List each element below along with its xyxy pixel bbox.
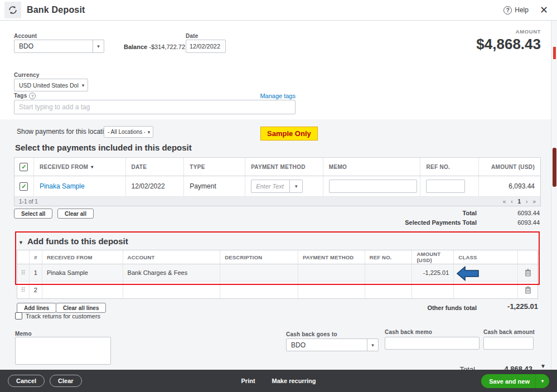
cell-amount[interactable] (412, 282, 454, 298)
cell-ref-no[interactable] (365, 282, 413, 298)
currency-select[interactable]: USD United States Dollar ▾ (14, 79, 88, 91)
col-received-from[interactable]: RECEIVED FROM▾ (34, 158, 126, 176)
clear-all-lines-button[interactable]: Clear all lines (56, 303, 106, 313)
collapse-icon: ▼ (18, 240, 23, 245)
memo-input[interactable] (329, 180, 417, 193)
cell-type: Payment (184, 176, 245, 196)
chevron-down-icon: ▾ (93, 40, 104, 52)
page-title: Bank Deposit (27, 5, 85, 15)
other-funds-total-label: Other funds total (427, 304, 477, 311)
sort-icon: ▾ (91, 164, 93, 170)
pagination-bar: 1-1 of 1 « ‹ 1 › » (14, 197, 540, 206)
drag-handle-icon[interactable]: ⠿ (21, 287, 25, 294)
pager-last-icon[interactable]: » (532, 199, 536, 205)
col-amount: AMOUNT (USD) (479, 158, 540, 176)
cell-received-from[interactable] (42, 282, 123, 298)
cell-amount[interactable]: -1,225.01 (412, 264, 454, 281)
account-select[interactable]: BDO ▾ (14, 40, 104, 53)
scrollbar-thumb[interactable] (553, 148, 556, 187)
location-value: - All Locations - (104, 127, 145, 137)
chevron-down-icon: ▾ (79, 79, 88, 91)
clear-all-button[interactable]: Clear all (57, 209, 94, 219)
track-returns-checkbox[interactable] (15, 312, 22, 320)
add-funds-header: # RECEIVED FROM ACCOUNT DESCRIPTION PAYM… (17, 250, 537, 264)
date-input[interactable] (186, 40, 226, 53)
received-from-link[interactable]: Pinaka Sample (40, 182, 85, 190)
col-ref-no: REF NO. (420, 158, 479, 176)
chevron-down-icon[interactable]: ▾ (536, 379, 549, 384)
manage-tags-link[interactable]: Manage tags (260, 93, 296, 99)
add-funds-row[interactable]: ⠿ 1 Pinaka Sample Bank Charges & Fees -1… (17, 264, 537, 282)
cell-account[interactable]: Bank Charges & Fees (123, 264, 221, 281)
cash-back-amount-input[interactable] (483, 337, 534, 350)
cash-back-memo-input[interactable] (385, 337, 479, 350)
cell-received-from[interactable]: Pinaka Sample (42, 264, 123, 281)
scrollbar[interactable] (551, 21, 557, 370)
track-returns-option[interactable]: Track returns for customers (15, 312, 100, 320)
col-class: CLASS (454, 250, 518, 264)
delete-row-icon[interactable] (525, 286, 531, 294)
cell-account[interactable] (123, 282, 221, 298)
cell-line-number: 1 (30, 264, 42, 281)
pager-first-icon[interactable]: « (503, 199, 506, 205)
make-recurring-link[interactable]: Make recurring (272, 378, 316, 384)
track-returns-label: Track returns for customers (26, 313, 100, 320)
help-icon: ? (503, 6, 512, 14)
cell-line-number: 2 (30, 282, 42, 298)
tags-input[interactable] (14, 100, 296, 114)
col-type: TYPE (184, 158, 245, 176)
location-select[interactable]: - All Locations - ▾ (104, 126, 153, 138)
cell-class[interactable] (454, 282, 518, 298)
select-all-button[interactable]: Select all (14, 209, 52, 219)
chevron-down-icon: ▾ (145, 127, 153, 137)
payments-heading: Select the payments included in this dep… (15, 143, 192, 152)
ref-no-input[interactable] (426, 180, 465, 193)
save-and-new-button[interactable]: Save and new ▾ (481, 374, 549, 388)
cash-back-goes-to-select[interactable]: BDO ▾ (286, 338, 379, 351)
save-and-new-label[interactable]: Save and new (481, 378, 535, 385)
memo-label: Memo (15, 331, 32, 337)
chevron-down-icon[interactable]: ▾ (289, 180, 303, 193)
cell-class[interactable] (454, 264, 518, 281)
location-filter-label: Show payments for this location: (17, 128, 113, 135)
col-line-number: # (30, 250, 42, 264)
cash-back-memo-label: Cash back memo (385, 329, 432, 335)
grand-total-value: 4,868.43 (504, 365, 532, 370)
add-funds-row[interactable]: ⠿ 2 (17, 282, 537, 298)
drag-handle-icon[interactable]: ⠿ (21, 269, 25, 277)
delete-row-icon[interactable] (525, 269, 531, 277)
cell-description[interactable] (220, 264, 298, 281)
payment-method-input[interactable] (251, 180, 290, 193)
selected-payments-total-label: Selected Payments Total (405, 219, 477, 226)
pager-prev-icon[interactable]: ‹ (511, 199, 512, 205)
other-funds-total-value: -1,225.01 (507, 302, 538, 311)
help-button[interactable]: ? Help (503, 6, 529, 14)
tags-label: Tags? (14, 93, 36, 99)
row-checkbox[interactable]: ✓ (20, 182, 28, 191)
cell-description[interactable] (220, 282, 298, 298)
pagination-range: 1-1 of 1 (19, 199, 38, 205)
memo-textarea[interactable] (15, 337, 111, 365)
add-lines-button[interactable]: Add lines (17, 303, 56, 313)
payment-method-combo: ▾ (251, 180, 303, 193)
bank-deposit-app: { "header": { "title": "Bank Deposit", "… (0, 0, 557, 392)
col-ref-no: REF NO. (365, 250, 413, 264)
payment-row: ✓ Pinaka Sample 12/02/2022 Payment ▾ 6,0… (14, 176, 540, 197)
cell-payment-method[interactable] (298, 282, 365, 298)
chevron-down-icon: ▾ (367, 339, 378, 351)
col-payment-method: PAYMENT METHOD (298, 250, 365, 264)
col-memo: MEMO (323, 158, 421, 176)
close-icon[interactable]: ✕ (540, 5, 548, 15)
cell-ref-no[interactable] (365, 264, 413, 281)
info-icon[interactable]: ? (29, 93, 36, 99)
select-all-checkbox[interactable]: ✓ (20, 163, 28, 171)
pager-next-icon[interactable]: › (526, 199, 527, 205)
scroll-down-icon[interactable]: ▼ (540, 363, 546, 369)
pager-page-number[interactable]: 1 (518, 199, 521, 205)
add-funds-heading[interactable]: ▼Add funds to this deposit (18, 236, 128, 246)
print-link[interactable]: Print (241, 378, 255, 384)
cell-amount: 6,093.44 (479, 176, 540, 196)
scrollbar-marker (553, 47, 556, 59)
cell-payment-method[interactable] (298, 264, 365, 281)
date-label: Date (186, 33, 198, 39)
